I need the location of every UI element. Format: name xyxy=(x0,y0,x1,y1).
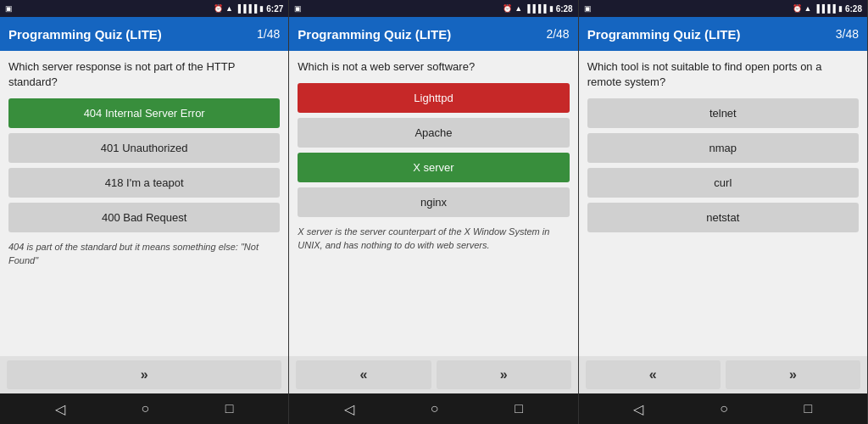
answer-1-0[interactable]: 404 Internal Server Error xyxy=(8,98,280,128)
nav-prev-2[interactable]: « xyxy=(296,360,431,389)
back-button-3[interactable]: ◁ xyxy=(633,401,643,417)
question-3: Which tool is not suitable to find open … xyxy=(587,59,859,90)
answer-3-1[interactable]: nmap xyxy=(587,133,859,163)
question-2: Which is not a web server software? xyxy=(298,59,569,75)
status-left-3: ▣ xyxy=(584,4,592,13)
home-button-2[interactable]: ○ xyxy=(431,401,439,416)
answer-3-0[interactable]: telnet xyxy=(587,98,859,128)
nav-next-1[interactable]: » xyxy=(7,360,281,389)
answer-2-0[interactable]: Lighttpd xyxy=(298,83,569,113)
carrier-icon-1: ▣ xyxy=(5,4,13,13)
time-3: 6:28 xyxy=(845,4,862,14)
header-progress-3: 3/48 xyxy=(836,27,859,41)
wifi-icon-1: ▲ xyxy=(225,4,233,13)
header-title-2: Programming Quiz (LITE) xyxy=(298,27,451,42)
nav-bar-3: « » xyxy=(579,356,867,393)
battery-icon-2: ▮ xyxy=(549,4,554,13)
time-2: 6:28 xyxy=(556,4,573,14)
recents-button-3[interactable]: □ xyxy=(804,401,812,416)
carrier-icon-2: ▣ xyxy=(294,4,302,13)
status-left-2: ▣ xyxy=(294,4,302,13)
phone-2: ▣ ⏰ ▲ ▐▐▐▐ ▮ 6:28 Programming Quiz (LITE… xyxy=(289,0,578,424)
answer-2-2[interactable]: X server xyxy=(298,153,569,182)
answer-2-1[interactable]: Apache xyxy=(298,118,569,148)
alarm-icon-3: ⏰ xyxy=(793,4,802,13)
battery-icon-3: ▮ xyxy=(838,4,843,13)
alarm-icon-2: ⏰ xyxy=(503,4,512,13)
recents-button-1[interactable]: □ xyxy=(225,401,234,416)
explanation-1: 404 is part of the standard but it means… xyxy=(8,241,280,267)
phone-1: ▣ ⏰ ▲ ▐▐▐▐ ▮ 6:27 Programming Quiz (LITE… xyxy=(0,0,289,424)
carrier-icon-3: ▣ xyxy=(584,4,592,13)
time-1: 6:27 xyxy=(266,4,283,14)
answer-1-2[interactable]: 418 I'm a teapot xyxy=(8,168,280,198)
recents-button-2[interactable]: □ xyxy=(515,401,523,416)
android-bar-1: ◁ ○ □ xyxy=(0,393,288,424)
answer-3-3[interactable]: netstat xyxy=(587,203,859,232)
back-button-1[interactable]: ◁ xyxy=(55,401,65,417)
nav-bar-1: » xyxy=(0,356,288,393)
signal-icon-2: ▐▐▐▐ xyxy=(525,4,547,13)
content-2: Which is not a web server software? Ligh… xyxy=(289,51,577,356)
battery-icon-1: ▮ xyxy=(259,4,264,13)
signal-icon-1: ▐▐▐▐ xyxy=(236,4,258,13)
nav-next-3[interactable]: » xyxy=(726,360,860,389)
content-1: Which server response is not part of the… xyxy=(0,51,288,356)
status-right-2: ⏰ ▲ ▐▐▐▐ ▮ 6:28 xyxy=(503,4,572,14)
header-title-3: Programming Quiz (LITE) xyxy=(587,27,741,42)
header-1: Programming Quiz (LITE) 1/48 xyxy=(0,17,288,51)
back-button-2[interactable]: ◁ xyxy=(344,401,354,417)
status-bar-2: ▣ ⏰ ▲ ▐▐▐▐ ▮ 6:28 xyxy=(289,0,577,17)
nav-next-2[interactable]: » xyxy=(437,360,571,389)
nav-bar-2: « » xyxy=(289,356,577,393)
status-bar-3: ▣ ⏰ ▲ ▐▐▐▐ ▮ 6:28 xyxy=(579,0,867,17)
content-3: Which tool is not suitable to find open … xyxy=(579,51,867,356)
header-3: Programming Quiz (LITE) 3/48 xyxy=(579,17,867,51)
header-title-1: Programming Quiz (LITE) xyxy=(8,27,162,42)
signal-icon-3: ▐▐▐▐ xyxy=(814,4,836,13)
status-left-1: ▣ xyxy=(5,4,13,13)
home-button-1[interactable]: ○ xyxy=(141,401,149,416)
answer-1-1[interactable]: 401 Unauthorized xyxy=(8,133,280,163)
answer-3-2[interactable]: curl xyxy=(587,168,859,198)
phone-3: ▣ ⏰ ▲ ▐▐▐▐ ▮ 6:28 Programming Quiz (LITE… xyxy=(579,0,868,424)
explanation-2: X server is the server counterpart of th… xyxy=(298,226,569,252)
answer-2-3[interactable]: nginx xyxy=(298,187,569,217)
android-bar-2: ◁ ○ □ xyxy=(289,393,577,424)
status-bar-1: ▣ ⏰ ▲ ▐▐▐▐ ▮ 6:27 xyxy=(0,0,288,17)
header-2: Programming Quiz (LITE) 2/48 xyxy=(289,17,577,51)
status-right-1: ⏰ ▲ ▐▐▐▐ ▮ 6:27 xyxy=(214,4,283,14)
wifi-icon-2: ▲ xyxy=(515,4,522,13)
android-bar-3: ◁ ○ □ xyxy=(579,393,867,424)
alarm-icon-1: ⏰ xyxy=(214,4,223,13)
question-1: Which server response is not part of the… xyxy=(8,59,280,90)
wifi-icon-3: ▲ xyxy=(804,4,812,13)
answer-1-3[interactable]: 400 Bad Request xyxy=(8,203,280,232)
nav-prev-3[interactable]: « xyxy=(586,360,721,389)
home-button-3[interactable]: ○ xyxy=(720,401,728,416)
header-progress-2: 2/48 xyxy=(546,27,569,41)
header-progress-1: 1/48 xyxy=(257,27,280,41)
status-right-3: ⏰ ▲ ▐▐▐▐ ▮ 6:28 xyxy=(793,4,862,14)
